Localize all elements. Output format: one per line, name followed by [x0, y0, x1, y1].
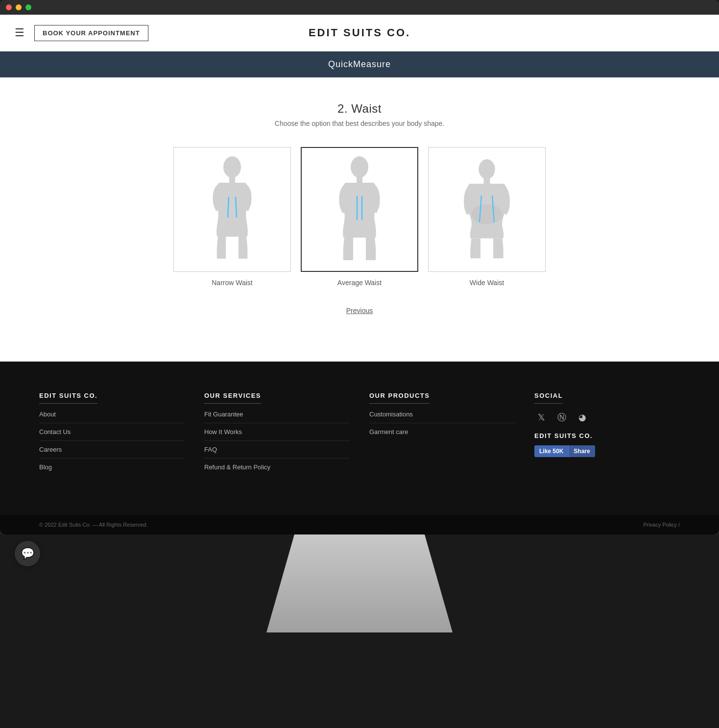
footer-how-it-works-link[interactable]: How It Works [204, 428, 350, 441]
svg-point-0 [223, 156, 241, 178]
chat-icon: 💬 [21, 547, 34, 560]
monitor-stand-area [0, 534, 719, 662]
shape-option-average[interactable]: Average Waist [296, 147, 423, 287]
footer-products-title: OUR PRODUCTS [369, 392, 430, 404]
browser-chrome [0, 0, 719, 15]
narrow-waist-label: Narrow Waist [212, 279, 253, 287]
fb-share-label[interactable]: Share [568, 445, 595, 457]
average-waist-label: Average Waist [337, 279, 382, 287]
shape-option-narrow[interactable]: Narrow Waist [168, 147, 296, 287]
footer-services-column: OUR SERVICES Fit Guarantee How It Works … [204, 391, 350, 481]
header-left: ☰ BOOK YOUR APPOINTMENT [15, 25, 148, 41]
svg-point-10 [471, 204, 502, 224]
site-footer: EDIT SUITS CO. About Contact Us Careers … [0, 362, 719, 515]
footer-social-column: SOCIAL 𝕏 Ⓝ ◕ EDIT SUITS CO. Like 50K Sha… [534, 391, 680, 481]
site-logo: EDIT SUITS CO. [309, 26, 410, 39]
previous-link-wrapper: Previous [0, 306, 719, 315]
footer-privacy-link[interactable]: Privacy Policy / [643, 522, 680, 528]
step-subtitle: Choose the option that best describes yo… [0, 120, 719, 127]
wide-waist-label: Wide Waist [470, 279, 504, 287]
svg-rect-5 [357, 176, 362, 183]
shape-image-wide[interactable] [428, 147, 546, 272]
average-waist-figure [328, 153, 391, 266]
fb-like-label[interactable]: Like 50K [534, 445, 568, 457]
footer-about-link[interactable]: About [39, 411, 185, 423]
footer-social-title: SOCIAL [534, 392, 563, 404]
chat-button[interactable]: 💬 [15, 541, 40, 566]
instagram-icon[interactable]: ◕ [575, 411, 589, 424]
footer-garment-care-link[interactable]: Garment care [369, 428, 515, 440]
footer-customisations-link[interactable]: Customisations [369, 411, 515, 423]
site-header: ☰ BOOK YOUR APPOINTMENT EDIT SUITS CO. [0, 15, 719, 51]
browser-window: ☰ BOOK YOUR APPOINTMENT EDIT SUITS CO. Q… [0, 15, 719, 534]
footer-grid: EDIT SUITS CO. About Contact Us Careers … [39, 391, 680, 481]
footer-careers-link[interactable]: Careers [39, 446, 185, 459]
svg-point-4 [351, 156, 368, 178]
narrow-waist-figure [200, 153, 264, 266]
footer-faq-link[interactable]: FAQ [204, 446, 350, 459]
footer-services-title: OUR SERVICES [204, 392, 261, 404]
footer-copyright: © 2022 Edit Suits Co. — All Rights Reser… [39, 522, 147, 528]
quickmeasure-banner: QuickMeasure [0, 51, 719, 77]
twitter-icon[interactable]: 𝕏 [534, 411, 548, 424]
hamburger-icon[interactable]: ☰ [15, 26, 24, 39]
shape-image-average[interactable] [301, 147, 418, 272]
footer-fit-guarantee-link[interactable]: Fit Guarantee [204, 411, 350, 423]
shape-image-narrow[interactable] [173, 147, 291, 272]
book-appointment-button[interactable]: BOOK YOUR APPOINTMENT [34, 25, 148, 41]
footer-blog-link[interactable]: Blog [39, 463, 185, 476]
social-icons-row: 𝕏 Ⓝ ◕ [534, 411, 680, 424]
svg-rect-1 [229, 176, 235, 183]
footer-bottom: © 2022 Edit Suits Co. — All Rights Reser… [0, 515, 719, 534]
footer-refund-link[interactable]: Refund & Return Policy [204, 463, 350, 476]
monitor-stand [266, 534, 453, 632]
shape-option-wide[interactable]: Wide Waist [423, 147, 551, 287]
social-brand-name: EDIT SUITS CO. [534, 432, 680, 439]
footer-contact-link[interactable]: Contact Us [39, 428, 185, 441]
footer-brand-column: EDIT SUITS CO. About Contact Us Careers … [39, 391, 185, 481]
facebook-like-button[interactable]: Like 50K Share [534, 445, 595, 457]
previous-button[interactable]: Previous [346, 307, 373, 315]
svg-rect-9 [484, 177, 490, 184]
browser-minimize-dot[interactable] [16, 4, 22, 10]
browser-close-dot[interactable] [6, 4, 12, 10]
shapes-container: Narrow Waist [0, 147, 719, 287]
svg-point-8 [479, 159, 495, 179]
main-content: 2. Waist Choose the option that best des… [0, 77, 719, 362]
facebook-icon[interactable]: Ⓝ [555, 411, 569, 424]
footer-products-column: OUR PRODUCTS Customisations Garment care [369, 391, 515, 481]
footer-brand-title: EDIT SUITS CO. [39, 392, 97, 404]
browser-maximize-dot[interactable] [25, 4, 31, 10]
quickmeasure-title: QuickMeasure [328, 59, 391, 69]
step-title: 2. Waist [0, 102, 719, 116]
wide-waist-figure [455, 153, 519, 266]
